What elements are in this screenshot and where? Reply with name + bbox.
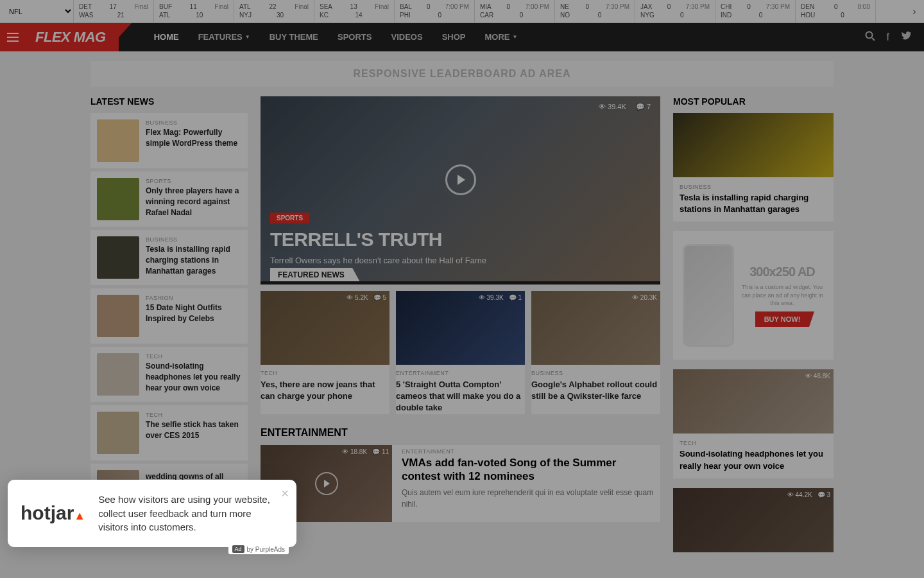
popular-heading: MOST POPULAR <box>673 96 834 107</box>
entertainment-article[interactable]: 👁 18.8K💬 11 ENTERTAINMENT VMAs add fan-v… <box>261 445 660 522</box>
sidebar-popular: MOST POPULAR BUSINESSTesla is installing… <box>673 96 834 562</box>
score-game[interactable]: BAL07:00 PMPHI0 <box>395 0 475 22</box>
nav-item[interactable]: SHOP <box>432 23 475 51</box>
ad-popup: × hotjar▲ See how visitors are using you… <box>8 480 296 547</box>
score-game[interactable]: SEA13FinalKC14 <box>314 0 395 22</box>
featured-card[interactable]: 👁 20.3KBUSINESSGoogle's Alphabet rollout… <box>531 291 660 414</box>
play-icon[interactable] <box>445 164 476 195</box>
featured-card[interactable]: 👁 39.3K💬 1ENTERTAINMENT5 'Straight Outta… <box>396 291 525 414</box>
scoreboard-next[interactable]: › <box>905 0 924 22</box>
sidebar-ad[interactable]: 300x250 ADThis is a custom ad widget. Yo… <box>673 231 834 360</box>
news-item[interactable]: FASHION15 Date Night Outfits Inspired by… <box>90 288 248 344</box>
popular-article[interactable]: 👁 46.8KTECHSound-isolating headphones le… <box>673 369 834 478</box>
popup-text: See how visitors are using your website,… <box>98 493 284 534</box>
facebook-icon[interactable]: f <box>887 31 889 43</box>
news-item[interactable]: TECHThe selfie stick has taken over CES … <box>90 405 248 460</box>
news-item[interactable]: TECHSound-isolating headphones let you r… <box>90 347 248 402</box>
nav-item[interactable]: HOME <box>144 23 189 51</box>
main-column: 👁 39.4K 💬 7 SPORTS TERRELL'S TRUTH Terre… <box>261 96 660 562</box>
hero-title: TERRELL'S TRUTH <box>270 229 442 250</box>
popular-article[interactable]: 👁 44.2K💬 3 <box>673 488 834 552</box>
score-game[interactable]: ATL22FinalNYJ30 <box>234 0 314 22</box>
logo[interactable]: FLEX MAG <box>26 23 119 51</box>
score-game[interactable]: MIA07:00 PMCAR0 <box>475 0 555 22</box>
leaderboard-ad[interactable]: RESPONSIVE LEADERBOARD AD AREA <box>90 61 834 87</box>
news-item[interactable]: SPORTSOnly three players have a winning … <box>90 171 248 227</box>
play-icon <box>315 472 338 495</box>
comments-count: 💬 7 <box>636 103 651 111</box>
search-icon[interactable] <box>865 31 875 44</box>
topbar: FLEX MAG HOMEFEATURES▼BUY THEMESPORTSVID… <box>0 23 924 51</box>
menu-icon[interactable] <box>0 23 26 51</box>
hero-article[interactable]: 👁 39.4K 💬 7 SPORTS TERRELL'S TRUTH Terre… <box>261 96 660 281</box>
news-item[interactable]: BUSINESSFlex Mag: Powerfully simple Word… <box>90 113 248 168</box>
svg-point-0 <box>866 32 872 39</box>
popular-article[interactable]: BUSINESSTesla is installing rapid chargi… <box>673 113 834 222</box>
twitter-icon[interactable] <box>901 31 911 43</box>
league-select[interactable]: NFL <box>0 0 74 22</box>
featured-card[interactable]: 👁 5.2K💬 5TECHYes, there are now jeans th… <box>261 291 389 414</box>
nav-item[interactable]: BUY THEME <box>260 23 328 51</box>
hero-category[interactable]: SPORTS <box>270 213 309 223</box>
score-games: DET17FinalWAS21BUF11FinalATL10ATL22Final… <box>74 0 905 22</box>
close-icon[interactable]: × <box>281 486 289 501</box>
score-game[interactable]: DEN08:00HOU0 <box>796 0 876 22</box>
news-item[interactable]: BUSINESSTesla is installing rapid chargi… <box>90 230 248 285</box>
popup-ad-credit[interactable]: Adby PurpleAds <box>228 544 289 554</box>
section-heading-entertainment: ENTERTAINMENT <box>261 427 660 439</box>
nav-item[interactable]: VIDEOS <box>382 23 432 51</box>
featured-tab: FEATURED NEWS <box>270 268 352 281</box>
main-nav: HOMEFEATURES▼BUY THEMESPORTSVIDEOSSHOPMO… <box>144 23 527 51</box>
popup-logo: hotjar▲ <box>21 502 85 524</box>
latest-heading: LATEST NEWS <box>90 96 248 107</box>
score-game[interactable]: BUF11FinalATL10 <box>154 0 234 22</box>
scoreboard: NFL DET17FinalWAS21BUF11FinalATL10ATL22F… <box>0 0 924 23</box>
nav-item[interactable]: SPORTS <box>328 23 381 51</box>
views-count: 👁 39.4K <box>599 103 626 111</box>
nav-item[interactable]: MORE▼ <box>475 23 527 51</box>
score-game[interactable]: JAX07:30 PMNYG0 <box>635 0 715 22</box>
score-game[interactable]: NE07:30 PMNO0 <box>555 0 635 22</box>
score-game[interactable]: DET17FinalWAS21 <box>74 0 154 22</box>
nav-item[interactable]: FEATURES▼ <box>189 23 260 51</box>
score-game[interactable]: CHI07:30 PMIND0 <box>715 0 796 22</box>
hero-subtitle: Terrell Owens says he doesn't care about… <box>270 256 486 265</box>
